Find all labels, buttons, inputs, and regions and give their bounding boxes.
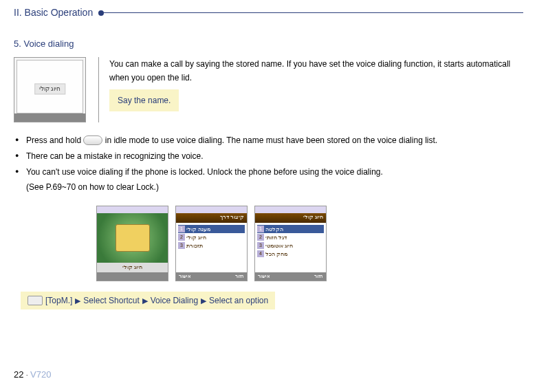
intro-text: You can make a call by saying the stored… xyxy=(98,57,523,122)
page-number: 22 xyxy=(14,369,23,380)
arrow-icon: ▶ xyxy=(142,296,148,305)
list-item: 4מחק הכל xyxy=(257,250,324,258)
bullet-text-post: in idle mode to use voice dialing. The n… xyxy=(105,135,437,145)
phone-idle-screenshot: חיוג קולי xyxy=(14,57,86,122)
phone-softkey-bar xyxy=(14,113,85,122)
bullet-item: Press and hold in idle mode to use voice… xyxy=(14,133,523,149)
header-rule xyxy=(98,12,523,13)
intro-row: חיוג קולי You can make a call by saying … xyxy=(14,57,523,122)
softkey-bar xyxy=(97,272,168,281)
path-segment: [TopM.] xyxy=(45,296,72,305)
path-segment: Select an option xyxy=(209,296,268,305)
softkey-bar: אישור חזור xyxy=(176,272,247,281)
phone-screenshot: חיוג קולי xyxy=(96,206,168,281)
phone-key-icon xyxy=(28,296,43,305)
softkey-right: חזור xyxy=(235,274,244,279)
screen-body: 1מענה קולי 2חיוג קולי 3תזכורת xyxy=(176,223,247,272)
list-item: 2דגל חזותי xyxy=(257,233,324,241)
bullet-text-pre: Press and hold xyxy=(26,135,83,145)
path-segment: Voice Dialing xyxy=(151,296,198,305)
arrow-icon: ▶ xyxy=(201,296,206,305)
list-item: 1הקלטה xyxy=(257,225,324,233)
list-item: 1מענה קולי xyxy=(178,225,245,233)
clear-key-icon xyxy=(83,135,102,145)
menu-screenshot-row: חיוג קולי קיצור דרך 1מענה קולי 2חיוג קול… xyxy=(96,206,523,281)
status-bar xyxy=(255,206,326,213)
softkey-left: אישור xyxy=(258,274,270,279)
list-item: 2חיוג קולי xyxy=(178,233,245,241)
header-dot-icon xyxy=(98,10,104,16)
model-number: V720 xyxy=(30,369,51,380)
screen-body xyxy=(97,213,168,263)
status-bar xyxy=(97,206,168,213)
section-title: 5. Voice dialing xyxy=(14,39,523,49)
softkey-left: אישור xyxy=(179,274,191,279)
bullet-list: Press and hold in idle mode to use voice… xyxy=(14,133,523,195)
softkey-bar: אישור חזור xyxy=(255,272,326,281)
phone-screenshot: חיוג קולי 1הקלטה 2דגל חזותי 3חיוג אוטומט… xyxy=(254,206,327,281)
intro-line-2: when you open the lid. xyxy=(109,71,523,85)
separator-dot-icon: · xyxy=(25,369,28,380)
screen-header: חיוג קולי xyxy=(255,213,326,223)
folder-icon xyxy=(116,224,150,252)
softkey-right: חזור xyxy=(314,274,323,279)
bullet-item: You can't use voice dialing if the phone… xyxy=(14,164,523,180)
screen-body: 1הקלטה 2דגל חזותי 3חיוג אוטומטי 4מחק הכל xyxy=(255,223,326,272)
phone-idle-label: חיוג קולי xyxy=(34,83,66,94)
page-footer: 22·V720 xyxy=(14,369,51,380)
intro-line-1: You can make a call by saying the stored… xyxy=(109,57,523,71)
status-bar xyxy=(176,206,247,213)
screen-header: קיצור דרך xyxy=(176,213,247,223)
bullet-item: There can be a mistake in recognizing th… xyxy=(14,149,523,164)
list-item: 3תזכורת xyxy=(178,241,245,250)
say-name-callout: Say the name. xyxy=(109,89,179,111)
chapter-title: II. Basic Operation xyxy=(14,7,93,18)
screen-caption: חיוג קולי xyxy=(97,263,168,272)
chapter-header: II. Basic Operation xyxy=(14,7,523,18)
list-item: 3חיוג אוטומטי xyxy=(257,241,324,250)
phone-screenshot: קיצור דרך 1מענה קולי 2חיוג קולי 3תזכורת … xyxy=(175,206,248,281)
navigation-path: [TopM.] ▶ Select Shortcut ▶ Voice Dialin… xyxy=(21,292,275,309)
arrow-icon: ▶ xyxy=(75,296,80,305)
path-segment: Select Shortcut xyxy=(83,296,139,305)
bullet-subtext: (See P.69~70 on how to clear Lock.) xyxy=(14,179,523,195)
